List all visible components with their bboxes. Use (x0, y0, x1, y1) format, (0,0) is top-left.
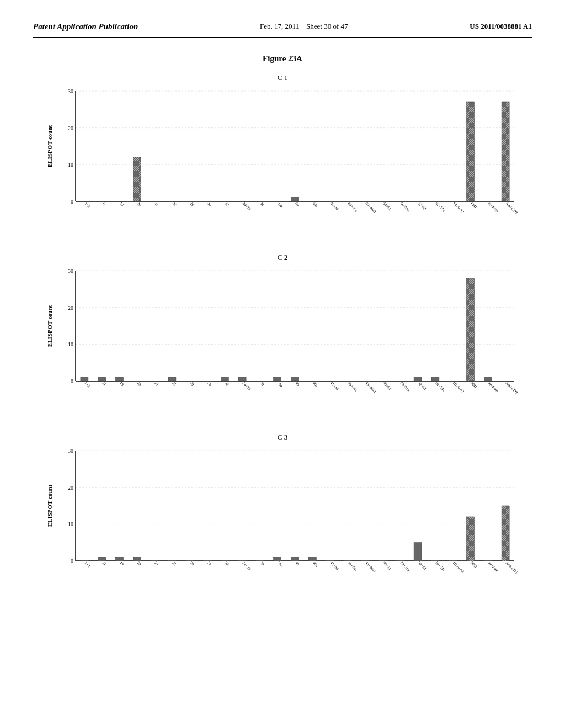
svg-text:30: 30 (68, 88, 73, 94)
svg-text:25: 25 (171, 561, 177, 567)
svg-text:medium: medium (487, 561, 499, 573)
svg-text:19: 19 (119, 201, 125, 207)
chart-section-c2: C 2ELISPOT count01020301+211192021252930… (45, 253, 520, 416)
svg-text:ELISPOT count: ELISPOT count (46, 484, 53, 527)
svg-text:45+46: 45+46 (329, 381, 340, 392)
svg-rect-162 (274, 557, 281, 561)
svg-text:PPD: PPD (470, 381, 478, 389)
svg-rect-99 (274, 377, 281, 381)
svg-text:40a: 40a (312, 201, 319, 208)
svg-text:medium: medium (487, 381, 499, 393)
svg-text:52+53: 52+53 (417, 201, 428, 212)
svg-rect-164 (291, 557, 299, 561)
svg-rect-81 (116, 377, 124, 381)
svg-rect-117 (431, 377, 439, 381)
svg-text:52+53: 52+53 (417, 381, 428, 392)
svg-rect-166 (308, 557, 316, 561)
svg-text:45+46: 45+46 (329, 201, 340, 212)
svg-rect-178 (414, 543, 422, 561)
svg-text:50+51a: 50+51a (399, 201, 411, 213)
svg-text:34+35: 34+35 (242, 381, 252, 392)
svg-text:11: 11 (101, 201, 107, 207)
svg-text:20: 20 (68, 125, 73, 131)
svg-text:32: 32 (224, 381, 230, 387)
svg-text:HLA-A2: HLA-A2 (452, 201, 465, 215)
svg-text:HLA-A2: HLA-A2 (452, 561, 465, 574)
sheet: Sheet 30 of 47 (306, 22, 348, 30)
chart-label-c2: C 2 (45, 253, 520, 262)
svg-text:20: 20 (136, 201, 142, 207)
svg-text:medium: medium (487, 201, 499, 213)
svg-text:32: 32 (224, 201, 230, 207)
svg-text:39a: 39a (276, 201, 284, 208)
svg-rect-115 (414, 377, 422, 381)
svg-text:25: 25 (171, 381, 177, 387)
svg-text:34+35: 34+35 (242, 201, 252, 212)
svg-rect-190 (502, 506, 509, 561)
chart-section-c3: C 3ELISPOT count01020301+211192021252930… (45, 433, 520, 596)
svg-text:43+46a2: 43+46a2 (364, 201, 377, 214)
chart-svg-c3: ELISPOT count01020301+211192021252930323… (45, 445, 520, 594)
svg-text:39: 39 (259, 561, 265, 567)
svg-rect-144 (116, 557, 124, 561)
svg-text:52+53: 52+53 (417, 561, 428, 571)
svg-rect-79 (98, 377, 106, 381)
svg-text:50+51: 50+51 (382, 561, 392, 571)
svg-text:20: 20 (68, 485, 73, 491)
svg-rect-77 (81, 377, 88, 381)
figure-title: Figure 23A (33, 54, 532, 63)
svg-text:39: 39 (259, 381, 265, 387)
svg-text:30: 30 (68, 268, 73, 274)
svg-rect-122 (467, 278, 475, 381)
svg-text:Anti CD3: Anti CD3 (505, 201, 519, 215)
svg-text:30: 30 (206, 381, 212, 387)
svg-text:30: 30 (206, 201, 212, 207)
chart-label-c1: C 1 (45, 73, 520, 82)
svg-text:20: 20 (136, 381, 142, 387)
page-header: Patent Application Publication Feb. 17, … (33, 22, 532, 38)
svg-text:29: 29 (189, 201, 195, 207)
svg-text:HLA-A2: HLA-A2 (452, 381, 465, 394)
svg-text:39a: 39a (276, 381, 284, 388)
svg-text:Anti CD3: Anti CD3 (505, 381, 519, 395)
svg-text:45+46a: 45+46a (347, 201, 358, 213)
svg-text:45+46a: 45+46a (347, 381, 358, 393)
svg-text:52+53a: 52+53a (434, 201, 446, 213)
svg-text:PPD: PPD (470, 561, 478, 569)
svg-text:1+2: 1+2 (83, 381, 91, 389)
svg-text:19: 19 (119, 561, 125, 567)
date: Feb. 17, 2011 (260, 22, 299, 30)
date-sheet: Feb. 17, 2011 Sheet 30 of 47 (260, 22, 348, 31)
chart-svg-c2: ELISPOT count01020301+211192021252930323… (45, 265, 520, 414)
svg-rect-93 (221, 377, 228, 381)
svg-text:30: 30 (68, 448, 73, 454)
svg-text:10: 10 (68, 162, 73, 168)
svg-text:0: 0 (71, 378, 73, 384)
svg-text:PPD: PPD (470, 201, 478, 210)
svg-rect-124 (484, 377, 492, 381)
svg-text:43+46a2: 43+46a2 (364, 561, 377, 574)
svg-text:25: 25 (171, 201, 177, 207)
svg-text:21: 21 (154, 561, 160, 567)
svg-text:39: 39 (259, 201, 265, 207)
svg-text:43+46a2: 43+46a2 (364, 381, 377, 394)
svg-text:Anti CD3: Anti CD3 (505, 561, 519, 575)
svg-text:52+53a: 52+53a (434, 381, 446, 393)
page: Patent Application Publication Feb. 17, … (0, 0, 565, 728)
publication-label: Patent Application Publication (33, 22, 138, 31)
svg-text:0: 0 (71, 199, 73, 205)
chart-svg-c1: ELISPOT count01020301+211192021252930323… (45, 85, 520, 234)
svg-text:40a: 40a (312, 561, 319, 568)
svg-rect-38 (291, 197, 299, 201)
svg-text:50+51: 50+51 (382, 201, 392, 212)
svg-text:11: 11 (101, 381, 107, 387)
svg-text:45+46: 45+46 (329, 561, 340, 571)
svg-rect-185 (467, 517, 475, 561)
svg-text:1+2: 1+2 (83, 201, 91, 209)
svg-text:39a: 39a (276, 561, 284, 568)
svg-text:20: 20 (136, 561, 142, 567)
chart-container: C 1ELISPOT count01020301+211192021252930… (45, 73, 520, 596)
svg-text:45+46a: 45+46a (347, 561, 358, 572)
svg-text:21: 21 (154, 381, 160, 387)
svg-text:40a: 40a (312, 381, 319, 388)
